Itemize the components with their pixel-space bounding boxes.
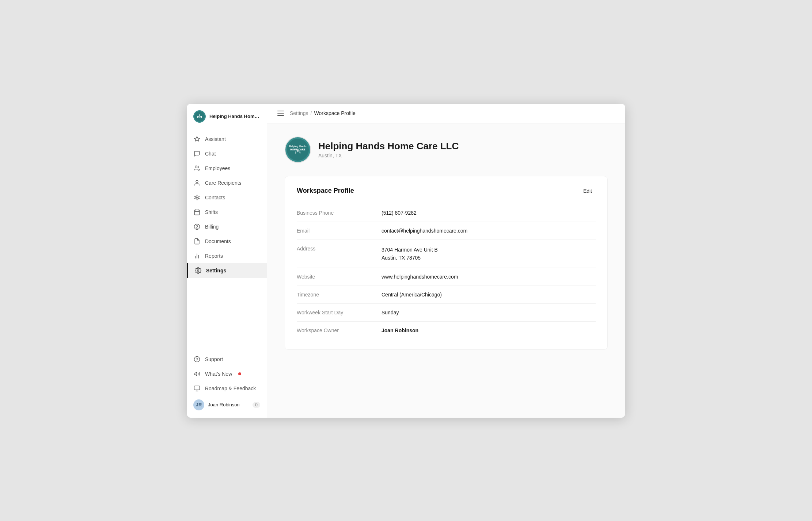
org-location: Austin, TX [318,153,459,158]
sidebar-item-contacts[interactable]: Contacts [187,190,267,205]
profile-row-workweek-start: Workweek Start Day Sunday [297,304,596,322]
sidebar-label-roadmap-feedback: Roadmap & Feedback [205,386,256,391]
svg-point-5 [197,198,199,199]
assistant-icon [193,135,201,143]
support-icon [193,356,201,363]
svg-point-4 [196,196,197,198]
sidebar-item-employees[interactable]: Employees [187,161,267,176]
sidebar-label-whats-new: What's New [205,371,232,377]
user-badge: 0 [253,402,260,408]
settings-icon [194,267,202,274]
profile-section-header: Workspace Profile Edit [297,187,596,195]
label-address: Address [297,246,377,252]
chat-icon [193,150,201,157]
menu-icon[interactable] [277,109,285,117]
sidebar-item-support[interactable]: Support [187,352,267,367]
org-logo: Helping Hands HOME CARE [285,137,311,163]
value-business-phone: (512) 807-9282 [382,210,596,216]
breadcrumb-separator: / [311,110,312,116]
sidebar-item-shifts[interactable]: Shifts [187,205,267,219]
sidebar-item-chat[interactable]: Chat [187,146,267,161]
svg-rect-18 [194,386,200,390]
sidebar-nav: Assistant Chat [187,128,267,348]
value-email: contact@helpinghandshomecare.com [382,228,596,234]
topbar: Settings / Workspace Profile [267,104,625,123]
profile-row-email: Email contact@helpinghandshomecare.com [297,222,596,240]
org-header: Helping Hands HOME CARE Helping Hands Ho… [285,137,608,163]
svg-marker-17 [194,372,197,376]
label-timezone: Timezone [297,292,377,298]
label-email: Email [297,228,377,234]
label-workweek-start: Workweek Start Day [297,310,377,315]
edit-button[interactable]: Edit [580,187,596,195]
label-business-phone: Business Phone [297,210,377,216]
org-name-sidebar: Helping Hands Home Care... [209,114,260,119]
sidebar-label-chat: Chat [205,151,216,157]
breadcrumb-parent[interactable]: Settings [290,110,308,116]
value-website: www.helpinghandshomecare.com [382,274,596,280]
sidebar-item-documents[interactable]: Documents [187,234,267,249]
whats-new-notification-dot [238,372,241,375]
label-website: Website [297,274,377,280]
value-timezone: Central (America/Chicago) [382,292,596,298]
sidebar-user[interactable]: JR Joan Robinson 0 [187,396,267,414]
sidebar-label-documents: Documents [205,238,231,244]
sidebar-item-assistant[interactable]: Assistant [187,132,267,146]
user-name: Joan Robinson [208,402,249,407]
profile-row-website: Website www.helpinghandshomecare.com [297,268,596,286]
shifts-icon [193,208,201,216]
sidebar-label-contacts: Contacts [205,195,225,200]
svg-point-2 [195,166,197,168]
sidebar-item-roadmap-feedback[interactable]: Roadmap & Feedback [187,381,267,396]
care-recipients-icon [193,179,201,187]
breadcrumb: Settings / Workspace Profile [290,110,356,116]
content-area: Helping Hands HOME CARE Helping Hands Ho… [267,123,625,418]
workspace-profile-section: Workspace Profile Edit Business Phone (5… [285,176,608,350]
reports-icon [193,252,201,260]
breadcrumb-current: Workspace Profile [314,110,355,116]
label-workspace-owner: Workspace Owner [297,327,377,333]
sidebar-bottom: Support What's New [187,348,267,418]
value-workweek-start: Sunday [382,310,596,315]
sidebar-label-assistant: Assistant [205,136,226,142]
sidebar-label-shifts: Shifts [205,209,218,215]
avatar: JR [193,399,204,410]
org-name: Helping Hands Home Care LLC [318,141,459,152]
svg-text:Helping Hands: Helping Hands [289,145,306,148]
sidebar-logo[interactable]: HH Helping Hands Home Care... [187,104,267,128]
documents-icon [193,238,201,245]
profile-row-workspace-owner: Workspace Owner Joan Robinson [297,322,596,339]
sidebar-item-whats-new[interactable]: What's New [187,367,267,381]
contacts-icon [193,194,201,201]
sidebar: HH Helping Hands Home Care... Assistant [187,104,267,418]
svg-point-3 [196,180,198,183]
roadmap-icon [193,385,201,392]
profile-section-title: Workspace Profile [297,187,354,195]
org-logo-icon: HH [193,110,206,123]
svg-rect-6 [194,210,200,215]
app-window: HH Helping Hands Home Care... Assistant [187,104,625,418]
profile-row-timezone: Timezone Central (America/Chicago) [297,286,596,304]
svg-point-15 [194,356,200,362]
value-address: 3704 Harmon Ave Unit BAustin, TX 78705 [382,246,596,262]
main-content: Settings / Workspace Profile Helping Han… [267,104,625,418]
sidebar-label-care-recipients: Care Recipients [205,180,242,186]
sidebar-label-reports: Reports [205,253,223,259]
sidebar-label-settings: Settings [206,268,226,273]
sidebar-item-settings[interactable]: Settings [187,263,267,278]
org-info: Helping Hands Home Care LLC Austin, TX [318,141,459,158]
whats-new-icon [193,370,201,378]
sidebar-label-support: Support [205,356,223,362]
sidebar-item-billing[interactable]: Billing [187,219,267,234]
svg-point-14 [197,269,199,271]
sidebar-item-care-recipients[interactable]: Care Recipients [187,176,267,190]
sidebar-label-employees: Employees [205,165,230,171]
sidebar-label-billing: Billing [205,224,219,230]
employees-icon [193,165,201,172]
value-workspace-owner: Joan Robinson [382,327,596,333]
profile-row-address: Address 3704 Harmon Ave Unit BAustin, TX… [297,240,596,268]
billing-icon [193,223,201,230]
sidebar-item-reports[interactable]: Reports [187,249,267,263]
profile-row-business-phone: Business Phone (512) 807-9282 [297,204,596,222]
